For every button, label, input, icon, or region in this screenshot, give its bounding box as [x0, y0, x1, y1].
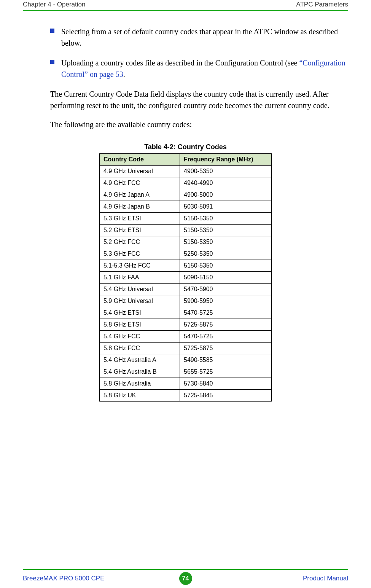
table-cell: 5.2 GHz FCC [100, 236, 180, 248]
table-cell: 5.4 GHz FCC [100, 331, 180, 343]
table-cell: 5150-5350 [180, 225, 272, 236]
footer-right: Product Manual [303, 575, 348, 582]
table-cell: 4.9 GHz Japan A [100, 189, 180, 201]
table-cell: 5.4 GHz Australia A [100, 354, 180, 366]
bullet-text: Uploading a country codes file as descri… [61, 57, 348, 80]
table-cell: 5.8 GHz FCC [100, 343, 180, 354]
table-header-row: Country Code Frequency Range (MHz) [100, 154, 272, 166]
table-cell: 5655-5725 [180, 366, 272, 378]
table-row: 5.4 GHz FCC5470-5725 [100, 331, 272, 343]
table-row: 5.8 GHz UK5725-5845 [100, 390, 272, 402]
table-cell: 5.2 GHz ETSI [100, 225, 180, 236]
table-row: 5.8 GHz ETSI5725-5875 [100, 319, 272, 331]
table-row: 5.8 GHz FCC5725-5875 [100, 343, 272, 354]
table-row: 5.2 GHz ETSI5150-5350 [100, 225, 272, 236]
table-row: 5.4 GHz Universal5470-5900 [100, 284, 272, 295]
table-cell: 5.4 GHz Australia B [100, 366, 180, 378]
table-header-cell: Country Code [100, 154, 180, 166]
table-cell: 5725-5875 [180, 343, 272, 354]
table-cell: 5150-5350 [180, 236, 272, 248]
table-row: 5.8 GHz Australia5730-5840 [100, 378, 272, 390]
table-row: 5.1 GHz FAA5090-5150 [100, 272, 272, 284]
page-number-badge: 74 [179, 572, 192, 585]
header-left: Chapter 4 - Operation [23, 1, 85, 8]
country-codes-table: Country Code Frequency Range (MHz) 4.9 G… [99, 153, 272, 402]
table-cell: 5.4 GHz ETSI [100, 307, 180, 319]
bullet-text: Selecting from a set of default country … [61, 26, 348, 49]
table-cell: 5900-5950 [180, 295, 272, 307]
page-footer: BreezeMAX PRO 5000 CPE 74 Product Manual [0, 569, 371, 585]
table-row: 4.9 GHz Universal4900-5350 [100, 166, 272, 177]
table-header-cell: Frequency Range (MHz) [180, 154, 272, 166]
table-row: 5.4 GHz Australia A5490-5585 [100, 354, 272, 366]
body-paragraph: The Current Country Code Data field disp… [50, 88, 348, 111]
table-cell: 5470-5725 [180, 307, 272, 319]
table-caption: Table 4-2: Country Codes [23, 143, 348, 151]
table-row: 5.4 GHz Australia B5655-5725 [100, 366, 272, 378]
table-cell: 5470-5725 [180, 331, 272, 343]
table-cell: 5090-5150 [180, 272, 272, 284]
table-cell: 5.1-5.3 GHz FCC [100, 260, 180, 272]
footer-left: BreezeMAX PRO 5000 CPE [23, 575, 104, 582]
bullet-item: Uploading a country codes file as descri… [50, 57, 348, 80]
table-cell: 5.4 GHz Universal [100, 284, 180, 295]
table-cell: 5150-5350 [180, 213, 272, 225]
table-cell: 4.9 GHz Japan B [100, 201, 180, 213]
table-cell: 5.8 GHz ETSI [100, 319, 180, 331]
table-cell: 5490-5585 [180, 354, 272, 366]
table-cell: 5725-5845 [180, 390, 272, 402]
table-cell: 5730-5840 [180, 378, 272, 390]
table-cell: 5150-5350 [180, 260, 272, 272]
table-row: 5.4 GHz ETSI5470-5725 [100, 307, 272, 319]
table-cell: 5.9 GHz Universal [100, 295, 180, 307]
table-cell: 5.8 GHz UK [100, 390, 180, 402]
table-cell: 5.1 GHz FAA [100, 272, 180, 284]
table-cell: 5250-5350 [180, 248, 272, 260]
table-row: 5.2 GHz FCC5150-5350 [100, 236, 272, 248]
table-cell: 5.3 GHz FCC [100, 248, 180, 260]
table-cell: 5470-5900 [180, 284, 272, 295]
table-cell: 5030-5091 [180, 201, 272, 213]
table-cell: 5725-5875 [180, 319, 272, 331]
table-cell: 4.9 GHz Universal [100, 166, 180, 177]
table-row: 5.3 GHz ETSI5150-5350 [100, 213, 272, 225]
header-right: ATPC Parameters [296, 1, 348, 8]
table-row: 4.9 GHz FCC4940-4990 [100, 177, 272, 189]
table-row: 4.9 GHz Japan B5030-5091 [100, 201, 272, 213]
table-cell: 4.9 GHz FCC [100, 177, 180, 189]
table-row: 5.3 GHz FCC5250-5350 [100, 248, 272, 260]
bullet-icon [50, 60, 54, 64]
table-row: 4.9 GHz Japan A4900-5000 [100, 189, 272, 201]
page-header: Chapter 4 - Operation ATPC Parameters [23, 0, 348, 11]
table-cell: 4900-5000 [180, 189, 272, 201]
bullet-item: Selecting from a set of default country … [50, 26, 348, 49]
table-cell: 5.3 GHz ETSI [100, 213, 180, 225]
bullet-icon [50, 29, 54, 33]
table-cell: 4900-5350 [180, 166, 272, 177]
body-paragraph: The following are the available country … [50, 119, 348, 130]
table-row: 5.1-5.3 GHz FCC5150-5350 [100, 260, 272, 272]
table-row: 5.9 GHz Universal5900-5950 [100, 295, 272, 307]
table-cell: 5.8 GHz Australia [100, 378, 180, 390]
table-cell: 4940-4990 [180, 177, 272, 189]
